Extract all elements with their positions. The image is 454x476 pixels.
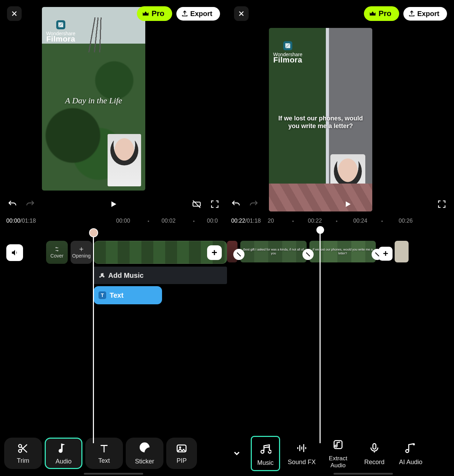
caption-overlay: If we lost our phones, would you write m…: [273, 114, 368, 130]
svg-point-1: [19, 444, 22, 447]
filmora-logo-icon: [56, 20, 65, 29]
time-current-total: 00:22/01:18: [231, 218, 261, 224]
video-preview[interactable]: Wondershare Filmora If we lost our phone…: [269, 28, 372, 211]
video-preview[interactable]: Wondershare Filmora A Day in the Life: [42, 7, 145, 191]
add-music-row[interactable]: Add Music: [94, 267, 227, 284]
hdr-toggle[interactable]: [191, 198, 203, 210]
tool-label: Music: [257, 459, 273, 467]
audio-tool-soundfx[interactable]: Sound FX: [287, 441, 316, 466]
tick-dot: [381, 221, 383, 222]
svg-point-2: [19, 449, 22, 452]
redo-button: [248, 198, 260, 210]
close-button[interactable]: [234, 6, 249, 21]
filmora-logo-icon: [283, 41, 292, 50]
cover-label: Cover: [50, 253, 63, 259]
close-button[interactable]: [7, 6, 22, 21]
undo-button[interactable]: [230, 198, 242, 210]
soundfx-icon: [296, 442, 308, 454]
scroll-indicator: [334, 473, 393, 475]
svg-rect-5: [334, 441, 342, 449]
title-overlay: A Day in the Life: [42, 96, 145, 105]
scissors-icon: [17, 442, 29, 454]
sticker-icon: [139, 441, 151, 453]
export-label: Export: [190, 10, 212, 18]
tick-label: 00:00: [116, 218, 130, 224]
collapse-audio-panel[interactable]: [230, 446, 244, 460]
fullscreen-button[interactable]: [209, 198, 221, 210]
music-icon: [259, 443, 271, 455]
tool-label: Sound FX: [288, 459, 316, 466]
tool-label: Record: [364, 459, 385, 466]
crown-icon: [142, 10, 149, 17]
audio-tool-music[interactable]: Music: [251, 436, 280, 471]
export-button[interactable]: Export: [176, 7, 220, 21]
redo-button: [24, 198, 36, 210]
video-clip[interactable]: Best gift I asked for was a kinda, if no…: [240, 241, 307, 262]
time-current-total: 00:00/01:18: [6, 218, 36, 224]
tool-label: AI Audio: [399, 459, 422, 466]
svg-point-4: [179, 446, 181, 448]
opening-button[interactable]: Opening: [71, 241, 92, 264]
cover-button[interactable]: Cover: [46, 241, 68, 264]
tool-pip[interactable]: PIP: [166, 438, 197, 469]
tick-dot: [148, 221, 149, 222]
tick-label: 00:02: [162, 218, 176, 224]
tick-label: 00:24: [353, 218, 367, 224]
audio-tool-aiaudio[interactable]: AI Audio: [396, 441, 425, 466]
export-label: Export: [417, 10, 439, 18]
audio-tool-extract[interactable]: Extract Audio: [323, 438, 353, 469]
playhead[interactable]: [93, 229, 94, 443]
tool-audio[interactable]: Audio: [45, 438, 82, 469]
pro-label: Pro: [152, 9, 164, 18]
scroll-indicator: [84, 473, 143, 475]
tool-label: Audio: [56, 458, 72, 465]
add-clip-button[interactable]: +: [207, 245, 222, 260]
time-ruler[interactable]: 20 00:22 00:24 00:26: [268, 215, 454, 227]
pro-button[interactable]: Pro: [137, 6, 172, 21]
crown-icon: [369, 10, 376, 17]
fullscreen-button[interactable]: [436, 198, 448, 210]
opening-label: Opening: [72, 253, 91, 259]
tool-label: Sticker: [135, 458, 154, 465]
text-icon: [98, 442, 110, 454]
brand-watermark: Wondershare Filmora: [46, 20, 75, 42]
text-clip-icon: T: [98, 291, 106, 299]
clip-caption: Best gift I asked for was a kinda, if no…: [240, 241, 307, 262]
transition-button[interactable]: [302, 249, 314, 260]
video-clip[interactable]: [395, 241, 409, 262]
upload-icon: [408, 10, 415, 17]
audio-tool-record[interactable]: Record: [360, 441, 389, 466]
ai-audio-icon: [405, 442, 417, 454]
tool-label: Trim: [17, 457, 29, 464]
tick-dot: [292, 221, 294, 222]
brand-big: Filmora: [273, 57, 302, 63]
tool-label: Text: [98, 457, 110, 464]
mute-button[interactable]: [6, 244, 23, 261]
text-clip[interactable]: T Text: [94, 286, 162, 304]
export-button[interactable]: Export: [403, 7, 447, 21]
play-button[interactable]: [342, 198, 354, 210]
tick-dot: [336, 221, 337, 222]
music-note-icon: [98, 272, 105, 278]
pip-overlay: [108, 134, 141, 186]
note-icon: [58, 441, 69, 453]
time-ruler[interactable]: 00:00 00:02 00:0: [43, 215, 227, 227]
tool-text[interactable]: Text: [85, 438, 123, 469]
undo-button[interactable]: [6, 198, 18, 210]
transition-button[interactable]: [233, 249, 244, 260]
main-video-clip[interactable]: +: [94, 241, 227, 264]
tool-sticker[interactable]: Sticker: [126, 438, 163, 469]
play-button[interactable]: [108, 198, 119, 210]
tool-trim[interactable]: Trim: [4, 438, 42, 469]
pro-button[interactable]: Pro: [364, 6, 399, 21]
playhead[interactable]: [320, 227, 321, 443]
swap-icon: [54, 246, 60, 252]
extract-audio-icon: [332, 439, 344, 451]
mic-icon: [368, 442, 380, 454]
pip-icon: [176, 442, 188, 454]
tick-label: 00:22: [308, 218, 322, 224]
svg-rect-6: [373, 444, 376, 449]
tick-dot: [193, 221, 195, 222]
transition-button[interactable]: [372, 249, 383, 260]
tool-label: PIP: [176, 457, 186, 464]
